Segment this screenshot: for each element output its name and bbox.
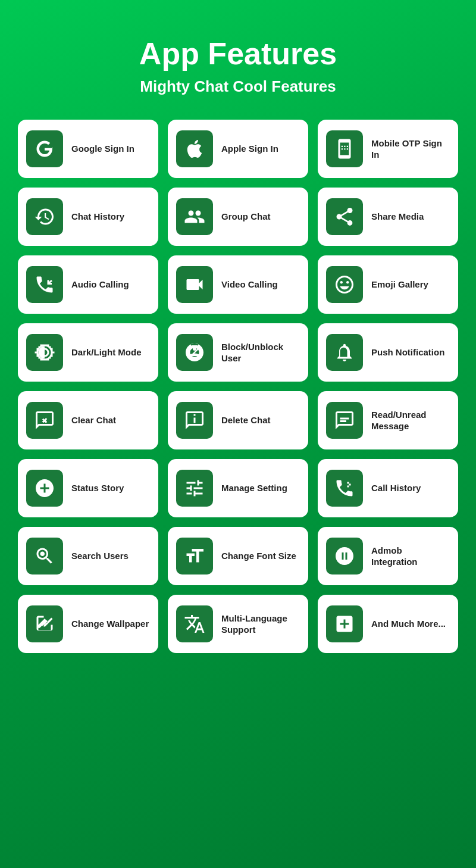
svg-point-0: [193, 347, 196, 351]
feature-card-chat-history[interactable]: Chat History: [18, 188, 158, 246]
mobile-otp-icon: [326, 130, 363, 167]
manage-setting-label: Manage Setting: [221, 482, 287, 494]
feature-card-group-chat[interactable]: Group Chat: [168, 188, 308, 246]
emoji-gallery-label: Emoji Gallery: [371, 279, 428, 291]
multi-language-icon: [176, 605, 213, 642]
share-media-icon: [326, 198, 363, 235]
chat-history-icon: [26, 198, 63, 235]
feature-card-block-unblock[interactable]: Block/Unblock User: [168, 323, 308, 382]
block-unblock-icon: [176, 334, 213, 371]
google-sign-in-label: Google Sign In: [71, 143, 134, 155]
apple-sign-in-icon: [176, 130, 213, 167]
mobile-otp-label: Mobile OTP Sign In: [371, 138, 450, 161]
clear-chat-label: Clear Chat: [71, 414, 116, 426]
dark-light-mode-label: Dark/Light Mode: [71, 346, 142, 358]
audio-calling-icon: [26, 266, 63, 303]
push-notification-label: Push Notification: [371, 346, 444, 358]
read-unread-label: Read/Unread Message: [371, 409, 450, 432]
feature-card-delete-chat[interactable]: Delete Chat: [168, 391, 308, 449]
feature-card-multi-language[interactable]: Multi-Language Support: [168, 595, 308, 653]
change-wallpaper-label: Change Wallpaper: [71, 618, 149, 630]
group-chat-icon: [176, 198, 213, 235]
feature-card-mobile-otp[interactable]: Mobile OTP Sign In: [318, 120, 458, 178]
feature-card-search-users[interactable]: Search Users: [18, 527, 158, 585]
emoji-gallery-icon: [326, 266, 363, 303]
call-history-label: Call History: [371, 482, 421, 494]
feature-card-apple-sign-in[interactable]: Apple Sign In: [168, 120, 308, 178]
group-chat-label: Group Chat: [221, 211, 271, 223]
push-notification-icon: [326, 334, 363, 371]
feature-card-call-history[interactable]: Call History: [318, 459, 458, 517]
feature-card-status-story[interactable]: Status Story: [18, 459, 158, 517]
google-sign-in-icon: [26, 130, 63, 167]
feature-card-read-unread[interactable]: Read/Unread Message: [318, 391, 458, 449]
feature-card-video-calling[interactable]: Video Calling: [168, 255, 308, 314]
feature-card-google-sign-in[interactable]: Google Sign In: [18, 120, 158, 178]
feature-card-manage-setting[interactable]: Manage Setting: [168, 459, 308, 517]
read-unread-icon: [326, 402, 363, 439]
feature-card-and-more[interactable]: And Much More...: [318, 595, 458, 653]
delete-chat-label: Delete Chat: [221, 414, 271, 426]
manage-setting-icon: [176, 470, 213, 507]
video-calling-label: Video Calling: [221, 279, 278, 291]
delete-chat-icon: [176, 402, 213, 439]
dark-light-mode-icon: [26, 334, 63, 371]
status-story-icon: [26, 470, 63, 507]
block-unblock-label: Block/Unblock User: [221, 341, 300, 364]
admob-label: Admob Integration: [371, 545, 450, 568]
features-grid: Google Sign InApple Sign InMobile OTP Si…: [18, 120, 458, 653]
feature-card-dark-light-mode[interactable]: Dark/Light Mode: [18, 323, 158, 382]
multi-language-label: Multi-Language Support: [221, 613, 300, 636]
feature-card-share-media[interactable]: Share Media: [318, 188, 458, 246]
change-font-label: Change Font Size: [221, 550, 296, 562]
feature-card-push-notification[interactable]: Push Notification: [318, 323, 458, 382]
and-more-label: And Much More...: [371, 618, 446, 630]
call-history-icon: [326, 470, 363, 507]
feature-card-audio-calling[interactable]: Audio Calling: [18, 255, 158, 314]
feature-card-change-font[interactable]: Change Font Size: [168, 527, 308, 585]
change-wallpaper-icon: [26, 605, 63, 642]
share-media-label: Share Media: [371, 211, 424, 223]
clear-chat-icon: [26, 402, 63, 439]
video-calling-icon: [176, 266, 213, 303]
feature-card-admob[interactable]: Admob Integration: [318, 527, 458, 585]
search-users-label: Search Users: [71, 550, 129, 562]
and-more-icon: [326, 605, 363, 642]
chat-history-label: Chat History: [71, 211, 124, 223]
apple-sign-in-label: Apple Sign In: [221, 143, 278, 155]
page-title: App Features: [139, 36, 337, 71]
status-story-label: Status Story: [71, 482, 124, 494]
feature-card-clear-chat[interactable]: Clear Chat: [18, 391, 158, 449]
search-users-icon: [26, 538, 63, 574]
page-subtitle: Mighty Chat Cool Features: [140, 77, 336, 96]
audio-calling-label: Audio Calling: [71, 279, 129, 291]
admob-icon: [326, 538, 363, 574]
feature-card-change-wallpaper[interactable]: Change Wallpaper: [18, 595, 158, 653]
feature-card-emoji-gallery[interactable]: Emoji Gallery: [318, 255, 458, 314]
change-font-icon: [176, 538, 213, 574]
